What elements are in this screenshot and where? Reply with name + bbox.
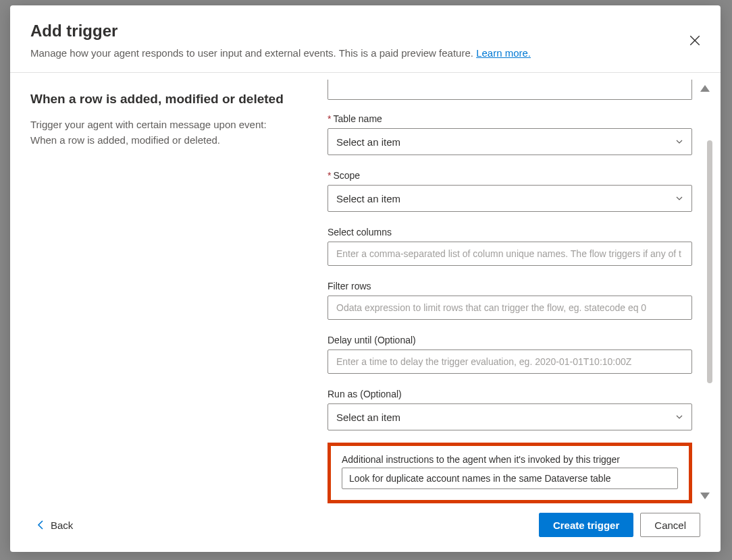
delay-until-label: Delay until (Optional) — [328, 335, 692, 345]
footer-actions: Create trigger Cancel — [539, 513, 700, 537]
table-name-group: *Table name Select an item — [328, 113, 692, 155]
run-as-select[interactable]: Select an item — [328, 403, 692, 430]
trigger-type-description: Trigger your agent with certain message … — [30, 117, 287, 148]
scroll-down-arrow[interactable] — [700, 493, 710, 499]
required-star-icon: * — [328, 170, 331, 181]
instructions-highlight: Additional instructions to the agent whe… — [328, 443, 692, 503]
learn-more-link[interactable]: Learn more. — [476, 47, 531, 59]
select-columns-group: Select columns — [328, 227, 692, 266]
filter-rows-input[interactable] — [328, 296, 692, 320]
delay-until-input[interactable] — [328, 349, 692, 374]
close-button[interactable] — [684, 30, 706, 51]
table-name-select[interactable]: Select an item — [328, 128, 692, 155]
modal-footer: Back Create trigger Cancel — [10, 503, 721, 552]
select-value: Select an item — [336, 412, 400, 423]
chevron-down-icon — [675, 138, 683, 146]
partial-field-above[interactable] — [328, 80, 692, 100]
table-name-label: *Table name — [328, 113, 692, 124]
required-star-icon: * — [328, 113, 331, 124]
label-text: Table name — [333, 113, 382, 124]
run-as-group: Run as (Optional) Select an item — [328, 389, 692, 430]
filter-rows-group: Filter rows — [328, 281, 692, 320]
scope-select[interactable]: Select an item — [328, 185, 692, 212]
modal-subtitle: Manage how your agent responds to user i… — [30, 46, 700, 60]
run-as-label: Run as (Optional) — [328, 389, 692, 399]
left-panel: When a row is added, modified or deleted… — [10, 73, 307, 503]
back-label: Back — [51, 520, 73, 531]
instructions-input[interactable] — [342, 468, 678, 489]
instructions-label: Additional instructions to the agent whe… — [342, 454, 678, 465]
select-value: Select an item — [336, 193, 400, 204]
modal-body: When a row is added, modified or deleted… — [10, 73, 721, 503]
trigger-type-title: When a row is added, modified or deleted — [30, 92, 287, 107]
create-trigger-button[interactable]: Create trigger — [539, 513, 633, 537]
modal-header: Add trigger Manage how your agent respon… — [10, 5, 721, 73]
delay-until-group: Delay until (Optional) — [328, 335, 692, 374]
scope-group: *Scope Select an item — [328, 170, 692, 212]
select-columns-input[interactable] — [328, 242, 692, 266]
scroll-up-arrow[interactable] — [700, 85, 710, 92]
modal-title: Add trigger — [30, 22, 700, 40]
add-trigger-modal: Add trigger Manage how your agent respon… — [10, 5, 721, 552]
right-panel: *Table name Select an item *Scope Select… — [307, 73, 721, 503]
label-text: Scope — [333, 170, 360, 181]
chevron-left-icon — [37, 520, 44, 530]
scope-label: *Scope — [328, 170, 692, 181]
chevron-down-icon — [675, 413, 683, 421]
filter-rows-label: Filter rows — [328, 281, 692, 291]
cancel-button[interactable]: Cancel — [640, 513, 700, 537]
scrollbar-thumb[interactable] — [707, 140, 712, 383]
subtitle-text: Manage how your agent responds to user i… — [30, 47, 476, 59]
select-columns-label: Select columns — [328, 227, 692, 237]
chevron-down-icon — [675, 194, 683, 202]
select-value: Select an item — [336, 136, 400, 148]
back-button[interactable]: Back — [37, 520, 73, 531]
close-icon — [689, 34, 701, 47]
